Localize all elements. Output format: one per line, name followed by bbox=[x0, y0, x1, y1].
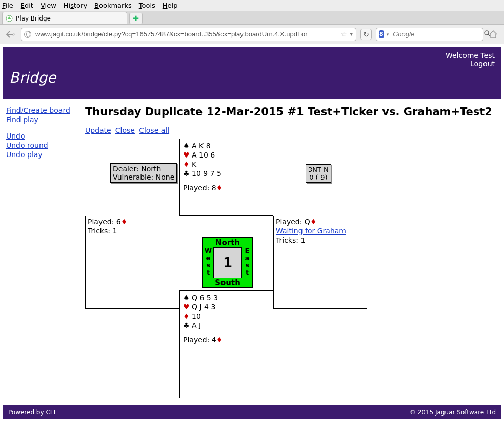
footer-left: Powered by CFE bbox=[8, 408, 57, 416]
action-close[interactable]: Close bbox=[115, 126, 135, 134]
menu-edit[interactable]: Edit bbox=[21, 2, 33, 9]
brand-title: Bridge bbox=[9, 69, 56, 86]
hand-west: Played: 6♦ Tricks: 1 bbox=[85, 216, 179, 309]
content-row: Find/Create board Find play Undo Undo ro… bbox=[3, 99, 501, 400]
bookmark-star-icon[interactable]: ☆ bbox=[341, 30, 347, 38]
sidebar-undo[interactable]: Undo bbox=[6, 131, 85, 141]
main-area: Thursday Duplicate 12-Mar-2015 #1 Test+T… bbox=[85, 106, 501, 400]
welcome-block: Welcome Test Logout bbox=[446, 51, 495, 68]
home-button[interactable] bbox=[488, 29, 499, 40]
west-played: Played: 6♦ bbox=[88, 217, 177, 226]
south-spades: ♠ Q 6 5 3 bbox=[183, 293, 270, 302]
search-box[interactable]: 8 ▾ bbox=[376, 28, 483, 41]
south-clubs: ♣ A J bbox=[183, 321, 270, 330]
north-diamonds: ♦ K bbox=[183, 160, 270, 169]
menu-view[interactable]: View bbox=[41, 2, 56, 9]
sidebar-find-create-board[interactable]: Find/Create board bbox=[6, 106, 85, 115]
menu-history[interactable]: History bbox=[64, 2, 87, 9]
east-waiting-link[interactable]: Waiting for Graham bbox=[276, 227, 346, 235]
search-engine-icon[interactable]: 8 bbox=[379, 30, 384, 38]
action-close-all[interactable]: Close all bbox=[139, 126, 169, 134]
page-title: Thursday Duplicate 12-Mar-2015 #1 Test+T… bbox=[85, 106, 501, 118]
west-tricks: Tricks: 1 bbox=[88, 226, 177, 236]
logout-link[interactable]: Logout bbox=[470, 60, 495, 68]
footer-right: © 2015 Jaguar Software Ltd bbox=[410, 408, 496, 416]
hand-south: ♠ Q 6 5 3 ♥ Q J 4 3 ♦ 10 ♣ A J Played: 4… bbox=[179, 290, 273, 398]
action-links: Update Close Close all bbox=[85, 126, 501, 134]
vuln-text: Vulnerable: None bbox=[113, 173, 174, 181]
tab-favicon bbox=[6, 15, 13, 22]
page-viewport: Bridge Welcome Test Logout Find/Create b… bbox=[0, 44, 504, 419]
east-tricks: Tricks: 1 bbox=[276, 236, 365, 245]
compass-east: East bbox=[243, 247, 251, 278]
page-header: Bridge Welcome Test Logout bbox=[3, 47, 501, 99]
globe-icon bbox=[24, 31, 31, 38]
compass-south: South bbox=[203, 278, 252, 287]
hand-east: Played: Q♦ Waiting for Graham Tricks: 1 bbox=[273, 216, 367, 309]
tab-title: Play Bridge bbox=[16, 15, 51, 22]
dealer-text: Dealer: North bbox=[113, 165, 174, 173]
south-hearts: ♥ Q J 4 3 bbox=[183, 302, 270, 311]
welcome-text: Welcome bbox=[446, 51, 481, 60]
contract-box: 3NT N 0 (-9) bbox=[306, 164, 331, 183]
nav-toolbar: ☆ ▾ ↻ 8 ▾ bbox=[0, 25, 504, 44]
compass: North South West East 1 bbox=[202, 237, 253, 288]
menu-file[interactable]: File bbox=[2, 2, 13, 9]
north-clubs: ♣ 10 9 7 5 bbox=[183, 169, 270, 178]
contract-line2: 0 (-9) bbox=[308, 173, 329, 181]
north-played: Played: 8♦ bbox=[183, 183, 270, 192]
menu-tools[interactable]: Tools bbox=[139, 2, 155, 9]
menu-help[interactable]: Help bbox=[163, 2, 178, 9]
reload-button[interactable]: ↻ bbox=[360, 29, 372, 40]
north-spades: ♠ A K 8 bbox=[183, 141, 270, 150]
search-input[interactable] bbox=[392, 30, 480, 38]
sidebar-find-play[interactable]: Find play bbox=[6, 115, 85, 124]
back-button[interactable] bbox=[5, 29, 16, 40]
search-engine-chevron-icon[interactable]: ▾ bbox=[387, 32, 389, 37]
menu-bookmarks[interactable]: Bookmarks bbox=[94, 2, 132, 9]
new-tab-button[interactable]: ✚ bbox=[129, 13, 143, 24]
browser-menubar: File Edit View History Bookmarks Tools H… bbox=[0, 0, 504, 11]
footer-cfe-link[interactable]: CFE bbox=[46, 408, 57, 416]
url-bar[interactable]: ☆ ▾ bbox=[21, 28, 356, 41]
footer-company-link[interactable]: Jaguar Software Ltd bbox=[435, 408, 496, 416]
east-played: Played: Q♦ bbox=[276, 217, 365, 226]
page-footer: Powered by CFE © 2015 Jaguar Software Lt… bbox=[3, 405, 501, 419]
south-diamonds: ♦ 10 bbox=[183, 311, 270, 321]
compass-north: North bbox=[203, 238, 252, 247]
board-area: Dealer: North Vulnerable: None 3NT N 0 (… bbox=[85, 139, 485, 400]
url-input[interactable] bbox=[34, 30, 338, 38]
tab-play-bridge[interactable]: Play Bridge bbox=[2, 12, 127, 24]
compass-west: West bbox=[204, 247, 212, 278]
action-update[interactable]: Update bbox=[85, 126, 111, 134]
url-dropdown-icon[interactable]: ▾ bbox=[350, 31, 353, 37]
contract-line1: 3NT N bbox=[308, 166, 329, 173]
user-link[interactable]: Test bbox=[480, 51, 495, 60]
hand-north: ♠ A K 8 ♥ A 10 6 ♦ K ♣ 10 9 7 5 Played: … bbox=[179, 139, 273, 216]
sidebar: Find/Create board Find play Undo Undo ro… bbox=[3, 106, 85, 400]
dealer-vuln-box: Dealer: North Vulnerable: None bbox=[110, 163, 177, 183]
compass-board-number: 1 bbox=[213, 247, 242, 278]
north-hearts: ♥ A 10 6 bbox=[183, 150, 270, 160]
sidebar-undo-play[interactable]: Undo play bbox=[6, 150, 85, 159]
south-played: Played: 4♦ bbox=[183, 335, 270, 344]
sidebar-undo-round[interactable]: Undo round bbox=[6, 141, 85, 150]
tab-strip: Play Bridge ✚ bbox=[0, 11, 504, 25]
